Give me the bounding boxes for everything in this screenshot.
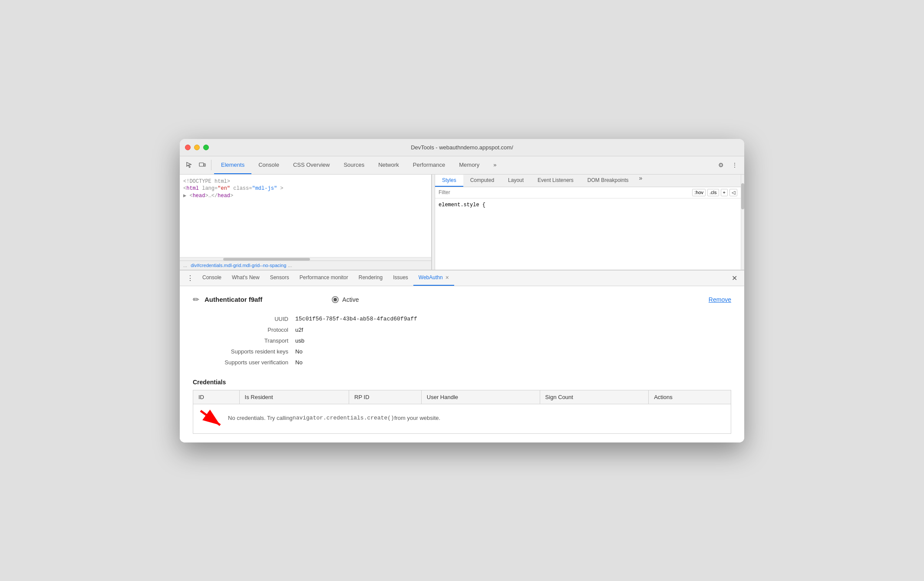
- active-indicator: Active: [332, 296, 359, 303]
- drawer-tab-rendering[interactable]: Rendering: [353, 271, 388, 286]
- close-webauthn-tab[interactable]: ×: [446, 274, 449, 281]
- credentials-title: Credentials: [193, 379, 731, 386]
- active-radio[interactable]: [332, 296, 339, 303]
- transport-label: Transport: [193, 337, 288, 345]
- tab-layout[interactable]: Layout: [501, 175, 531, 187]
- drawer-more-icon[interactable]: ⋮: [183, 274, 197, 282]
- device-toggle-icon[interactable]: [196, 159, 208, 171]
- add-style-button[interactable]: +: [721, 189, 728, 196]
- drawer-tab-performance-monitor[interactable]: Performance monitor: [294, 271, 353, 286]
- protocol-value: u2f: [295, 326, 731, 334]
- no-credentials-suffix: from your website.: [394, 415, 440, 421]
- svg-rect-0: [199, 163, 204, 166]
- drawer-tab-issues[interactable]: Issues: [388, 271, 413, 286]
- element-style-text: element.style {: [439, 202, 485, 208]
- tab-console[interactable]: Console: [251, 156, 286, 174]
- settings-icon[interactable]: ⚙: [715, 159, 727, 171]
- drawer-tab-sensors[interactable]: Sensors: [265, 271, 294, 286]
- scrollbar-thumb[interactable]: [223, 258, 310, 261]
- protocol-label: Protocol: [193, 326, 288, 334]
- traffic-lights: [185, 145, 209, 150]
- credentials-section: Credentials ID Is Resident RP ID User Ha…: [193, 379, 731, 434]
- uuid-value: 15c01f56-785f-43b4-ab58-4facd60f9aff: [295, 315, 731, 323]
- transport-value: usb: [295, 337, 731, 345]
- tab-memory[interactable]: Memory: [452, 156, 486, 174]
- styles-tabs: Styles Computed Layout Event Listeners D…: [435, 175, 741, 187]
- window-title: DevTools - webauthndemo.appspot.com/: [411, 144, 513, 151]
- radio-inner: [333, 298, 337, 301]
- elements-content: <!DOCTYPE html> <html lang="en" class="m…: [180, 175, 431, 257]
- tab-elements[interactable]: Elements: [214, 156, 251, 174]
- devtools-toolbar: Elements Console CSS Overview Sources Ne…: [180, 156, 744, 175]
- tab-dom-breakpoints[interactable]: DOM Breakpoints: [581, 175, 636, 187]
- remove-button[interactable]: Remove: [709, 296, 731, 303]
- authenticator-info: UUID 15c01f56-785f-43b4-ab58-4facd60f9af…: [193, 315, 731, 366]
- filter-input[interactable]: [439, 189, 689, 195]
- doctype-line: <!DOCTYPE html>: [183, 178, 428, 185]
- close-button[interactable]: [185, 145, 191, 150]
- tab-sources[interactable]: Sources: [337, 156, 371, 174]
- breadcrumb: ... div#credentials.mdl-grid.mdl-grid--n…: [180, 261, 431, 270]
- tab-event-listeners[interactable]: Event Listeners: [531, 175, 581, 187]
- th-user-handle: User Handle: [421, 390, 540, 404]
- credentials-table: ID Is Resident RP ID User Handle Sign Co…: [193, 390, 731, 434]
- tab-computed[interactable]: Computed: [463, 175, 501, 187]
- elements-panel: <!DOCTYPE html> <html lang="en" class="m…: [180, 175, 432, 270]
- horizontal-scrollbar[interactable]: [180, 257, 431, 261]
- maximize-button[interactable]: [203, 145, 209, 150]
- html-line: <html lang="en" class="mdl-js" >: [183, 185, 428, 192]
- uuid-label: UUID: [193, 315, 288, 323]
- tab-network[interactable]: Network: [371, 156, 406, 174]
- arrow-annotation: [198, 409, 224, 428]
- styles-content: element.style {: [435, 198, 741, 211]
- th-sign-count: Sign Count: [540, 390, 649, 404]
- element-picker-icon[interactable]: [183, 159, 195, 171]
- drawer-tab-whats-new[interactable]: What's New: [227, 271, 265, 286]
- th-actions: Actions: [649, 390, 731, 404]
- toggle-sidebar-button[interactable]: ◁: [729, 189, 737, 196]
- active-label: Active: [342, 296, 359, 303]
- more-options-icon[interactable]: ⋮: [729, 159, 741, 171]
- user-verification-value: No: [295, 358, 731, 366]
- drawer-tab-console[interactable]: Console: [197, 271, 227, 286]
- th-id: ID: [193, 390, 240, 404]
- title-bar: DevTools - webauthndemo.appspot.com/: [180, 139, 744, 156]
- drawer-tab-webauthn[interactable]: WebAuthn ×: [413, 271, 454, 286]
- styles-panel: Styles Computed Layout Event Listeners D…: [435, 175, 741, 270]
- th-rp-id: RP ID: [349, 390, 422, 404]
- styles-tabs-more[interactable]: »: [636, 175, 646, 187]
- resident-keys-label: Supports resident keys: [193, 347, 288, 356]
- webauthn-panel: ✏ Authenticator f9aff Active Remove UUID…: [180, 286, 744, 442]
- resident-keys-value: No: [295, 347, 731, 356]
- minimize-button[interactable]: [194, 145, 200, 150]
- toolbar-right: ⚙ ⋮: [715, 159, 741, 171]
- tab-styles[interactable]: Styles: [435, 175, 463, 187]
- panel-resizer[interactable]: [432, 175, 435, 270]
- toolbar-divider: [211, 160, 211, 170]
- scrollbar-thumb[interactable]: [741, 183, 744, 209]
- hov-filter-button[interactable]: :hov: [692, 189, 706, 196]
- tab-performance[interactable]: Performance: [406, 156, 452, 174]
- authenticator-header: ✏ Authenticator f9aff Active Remove: [193, 295, 731, 304]
- table-header-row: ID Is Resident RP ID User Handle Sign Co…: [193, 390, 731, 404]
- svg-line-3: [201, 411, 220, 425]
- head-line: ▶ <head>…</head>: [183, 192, 428, 199]
- no-credentials-cell: No credentials. Try calling navigator.cr…: [193, 404, 731, 433]
- user-verification-label: Supports user verification: [193, 358, 288, 366]
- no-credentials-code: navigator.credentials.create(): [293, 415, 394, 421]
- styles-filter: :hov .cls + ◁: [435, 187, 741, 198]
- no-credentials-text: No credentials. Try calling: [228, 415, 293, 421]
- edit-icon[interactable]: ✏: [193, 295, 199, 304]
- tab-more-icon[interactable]: »: [486, 156, 503, 174]
- drawer-close-button[interactable]: ✕: [728, 274, 741, 282]
- right-scrollbar[interactable]: [741, 175, 744, 270]
- devtools-window: DevTools - webauthndemo.appspot.com/ Ele…: [180, 139, 744, 442]
- bottom-drawer: ⋮ Console What's New Sensors Performance…: [180, 270, 744, 442]
- tab-css-overview[interactable]: CSS Overview: [286, 156, 337, 174]
- cls-filter-button[interactable]: .cls: [707, 189, 719, 196]
- table-row: No credentials. Try calling navigator.cr…: [193, 404, 731, 433]
- authenticator-name: Authenticator f9aff: [205, 296, 262, 303]
- svg-rect-1: [204, 164, 205, 166]
- th-is-resident: Is Resident: [239, 390, 349, 404]
- main-tabs: Elements Console CSS Overview Sources Ne…: [214, 156, 714, 174]
